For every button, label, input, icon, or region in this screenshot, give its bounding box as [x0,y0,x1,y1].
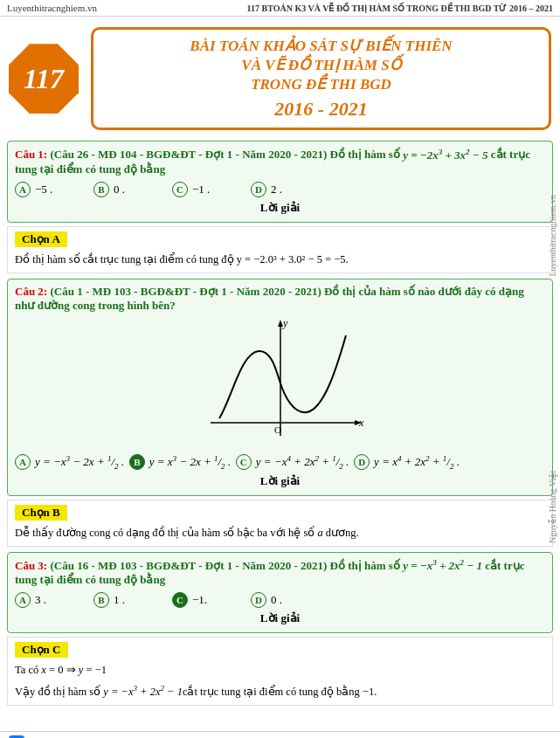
question-3-block: Câu 3: (Câu 16 - MĐ 103 - BGĐ&ĐT - Đợt 1… [7,552,553,633]
q3-opt-b-label: B [93,592,109,608]
q3-solution-box: Chọn C Ta có x = 0 ⇒ y = −1 Vậy đồ thị h… [7,637,553,706]
q2-loi-giai-label: Lời giải [15,474,545,488]
watermark-right2: Nguyễn Hoàng Việt [544,419,560,594]
hero-year: 2016 - 2021 [104,98,538,121]
q1-opt-a-label: A [15,182,31,197]
q2-option-a: A y = −x3 − 2x + 1/2. [15,454,124,471]
q2-opt-b-val: y = x3 − 2x + 1/2 [149,454,225,471]
q3-opt-a-label: A [15,592,31,608]
hero-title-box: BÀI TOÁN KHẢO SÁT SỰ BIẾN THIÊN VÀ VẼ ĐỒ… [91,27,551,130]
q2-opt-a-label: A [15,454,31,470]
q2-opt-c-label: C [236,454,252,470]
watermark-right1: Luyenthitracnghiem.vn [544,105,560,367]
q1-option-d: D 2 . [251,182,321,197]
q3-opt-c-label: C [172,592,188,608]
q1-opt-a-val: −5 . [35,183,52,197]
top-header: Luyenthitracnghiem.vn 117 BTOÁN K3 VÀ VẼ… [0,0,560,17]
q1-solution-text: Đồ thị hàm số cắt trục tung tại điểm có … [15,251,545,268]
q2-label: Câu 2: [15,285,47,298]
q1-loi-giai-label: Lời giải [15,201,545,215]
q1-opt-c-label: C [172,182,188,197]
q2-opt-d-val: y = x4 + 2x2 + 1/2 [374,454,453,471]
q1-option-a: A −5 . [15,182,85,197]
footer: f https://www.facebook.com/vietgold Tran… [0,731,560,738]
q2-option-d: D y = x4 + 2x2 + 1/2. [354,454,460,471]
q3-sol-line2: Vậy đồ thị hàm số y = −x3 + 2x2 − 1cắt t… [15,682,545,700]
q1-source: (Câu 26 - MĐ 104 - BGĐ&ĐT - Đợt 1 - Năm … [50,148,327,162]
q1-opt-d-label: D [251,182,266,197]
q1-opt-b-label: B [93,182,109,197]
q2-option-b: B y = x3 − 2x + 1/2. [129,454,231,471]
q2-graph-area: x y O [15,318,545,449]
q2-options: A y = −x3 − 2x + 1/2. B y = x3 − 2x + 1/… [15,454,545,471]
hero-section: 117 BÀI TOÁN KHẢO SÁT SỰ BIẾN THIÊN VÀ V… [0,17,560,137]
q3-loi-giai-label: Lời giải [15,611,545,625]
q2-opt-c-val: y = −x4 + 2x2 + 1/2 [256,454,343,471]
q2-opt-a-val: y = −x3 − 2x + 1/2 [35,454,119,471]
q1-opt-b-val: 0 . [114,183,125,197]
hero-badge: 117 [9,44,79,114]
q2-solution-box: Chọn B Dễ thấy đường cong có dạng đồ thị… [7,500,553,547]
q2-header: Câu 2: (Câu 1 - MĐ 103 - BGĐ&ĐT - Đợt 1 … [15,285,545,313]
q1-options: A −5 . B 0 . C −1 . D 2 . [15,182,545,197]
q1-solution-box: Chọn A Đồ thị hàm số cắt trục tung tại đ… [7,226,553,273]
q3-opt-d-label: D [251,592,266,608]
q2-chon: Chọn B [15,505,67,521]
q1-header: Câu 1: (Câu 26 - MĐ 104 - BGĐ&ĐT - Đợt 1… [15,147,545,176]
q3-options: A 3 . B 1 . C −1. D 0 . [15,592,545,608]
q2-solution-text: Dễ thấy đường cong có dạng đồ thị của hà… [15,524,545,541]
q2-opt-b-label: B [129,454,145,470]
q3-opt-d-val: 0 . [271,593,282,607]
q2-option-c: C y = −x4 + 2x2 + 1/2. [236,454,349,471]
q3-chon: Chọn C [15,642,68,658]
svg-text:y: y [282,318,288,329]
q1-option-b: B 0 . [93,182,163,197]
q1-formula: y = −2x3 + 3x2 − 5 [403,148,487,162]
q3-option-a: A 3 . [15,592,85,608]
q3-option-c: C −1. [172,592,242,608]
q3-opt-a-val: 3 . [35,593,46,607]
svg-text:x: x [358,417,364,429]
header-left: Luyenthitracnghiem.vn [7,3,97,13]
q3-opt-b-val: 1 . [114,593,125,607]
q1-opt-c-val: −1 . [192,183,210,197]
svg-text:O: O [274,424,281,435]
q3-option-b: B 1 . [93,592,163,608]
q3-header: Câu 3: (Câu 16 - MĐ 103 - BGĐ&ĐT - Đợt 1… [15,558,545,587]
q2-source: (Câu 1 - MĐ 103 - BGĐ&ĐT - Đợt 1 - Năm 2… [50,285,321,298]
question-2-block: Câu 2: (Câu 1 - MĐ 103 - BGĐ&ĐT - Đợt 1 … [7,279,553,496]
q3-source: (Câu 16 - MĐ 103 - BGĐ&ĐT - Đợt 1 - Năm … [50,559,327,572]
header-right: 117 BTOÁN K3 VÀ VẼ ĐỒ THỊ HÀM SỐ TRONG Đ… [247,3,553,13]
q1-chon: Chọn A [15,231,67,247]
q3-sol-line1: Ta có x = 0 ⇒ y = −1 [15,661,545,679]
q3-option-d: D 0 . [251,592,321,608]
q1-opt-d-val: 2 . [271,183,282,197]
q3-opt-c-val: −1. [192,593,207,607]
q1-label: Câu 1: [15,148,47,162]
question-1-block: Câu 1: (Câu 26 - MĐ 104 - BGĐ&ĐT - Đợt 1… [7,141,553,222]
q3-label: Câu 3: [15,559,47,572]
hero-main-title: BÀI TOÁN KHẢO SÁT SỰ BIẾN THIÊN VÀ VẼ ĐỒ… [104,37,538,94]
q1-option-c: C −1 . [172,182,242,197]
q2-graph-svg: x y O [193,318,368,449]
q3-solution-text: Ta có x = 0 ⇒ y = −1 Vậy đồ thị hàm số y… [15,661,545,700]
q2-opt-d-label: D [354,454,370,470]
